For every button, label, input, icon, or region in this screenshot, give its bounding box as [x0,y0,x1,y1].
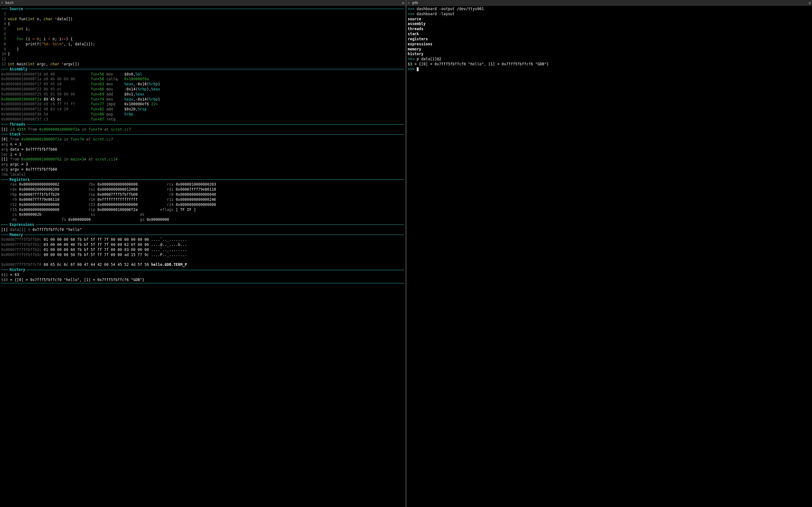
expressions-listing[interactable]: [1] data[i] = 0x7fff5fbffcf0 "hello" [1,227,404,232]
bottom-rule [1,283,404,283]
tab-bar-right: × gdb ≡ [407,0,812,6]
section-assembly: ───Assembly [1,67,404,72]
memory-listing[interactable]: 0x00007fff5fbffb0c 01 00 00 00 60 fb bf … [1,237,404,267]
registers-listing[interactable]: rax 0x0000000000000002 rbx 0x00000000000… [1,182,404,222]
menu-icon[interactable]: ≡ [809,0,811,6]
source-code[interactable]: 2 3void fun(int n, char *data[]) 4{ 5 in… [1,11,404,67]
section-memory: ───Memory [1,232,404,237]
tab-label-gdb[interactable]: gdb [412,1,418,5]
section-history: ───History [1,267,404,272]
section-expressions: ───Expressions [1,222,404,227]
gdb-terminal[interactable]: >>> dashboard -output /dev/ttys001 >>> d… [407,6,812,507]
gdb-pane: × gdb ≡ >>> dashboard -output /dev/ttys0… [407,0,812,507]
tab-label-bash[interactable]: bash [5,1,13,5]
bash-pane: × bash ≡ ───Source 2 3void fun(int n, ch… [0,0,407,507]
dashboard-content: ───Source 2 3void fun(int n, char *data[… [0,6,405,507]
assembly-listing[interactable]: 0x0000000100000f18 b0 00 fun+56 mov $0x0… [1,72,404,122]
history-listing[interactable]: $$1 = 63 $$0 = {[0] = 0x7fff5fbffcf0 "he… [1,272,404,283]
section-registers: ───Registers [1,177,404,182]
section-threads: ───Threads [1,122,404,127]
close-icon[interactable]: × [408,1,410,5]
tab-bar-left: × bash ≡ [0,0,405,6]
menu-icon[interactable]: ≡ [402,0,404,6]
close-icon[interactable]: × [1,1,3,5]
section-source: ───Source [1,6,404,11]
stack-listing[interactable]: [0] from 0x0000000100000f2a in fun+74 at… [1,137,404,177]
section-stack: ───Stack [1,132,404,137]
threads-listing[interactable]: [1] id 4355 from 0x0000000100000f2a in f… [1,127,404,132]
